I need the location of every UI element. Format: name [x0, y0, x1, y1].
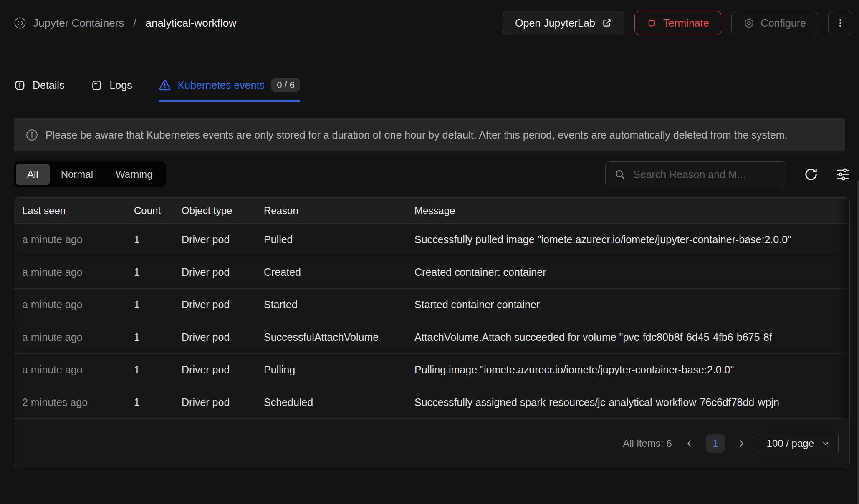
chevron-right-icon	[736, 438, 747, 449]
tab-logs-label: Logs	[109, 79, 132, 91]
cell-count: 1	[134, 364, 182, 376]
breadcrumb: Jupyter Containers / analytical-workflow	[14, 17, 237, 30]
cell-reason: SuccessfulAttachVolume	[264, 331, 414, 343]
cell-message: Created container: container	[414, 266, 849, 278]
refresh-icon	[804, 167, 818, 181]
cell-object-type: Driver pod	[182, 266, 264, 278]
table-header-row: Last seen Count Object type Reason Messa…	[14, 198, 849, 224]
toolbar-right	[605, 161, 850, 187]
cell-count: 1	[134, 266, 182, 278]
configure-label: Configure	[761, 17, 806, 29]
kebab-menu-icon	[835, 18, 846, 28]
cell-object-type: Driver pod	[182, 234, 264, 246]
chevron-left-icon	[684, 438, 695, 449]
table-row: a minute ago 1 Driver pod SuccessfulAtta…	[14, 321, 849, 354]
page-size-value: 100 / page	[767, 438, 814, 449]
events-count-badge: 0 / 6	[271, 78, 300, 92]
table-row: 2 minutes ago 1 Driver pod Scheduled Suc…	[14, 386, 849, 419]
cell-last-seen: a minute ago	[14, 234, 134, 246]
warning-triangle-icon	[159, 79, 171, 91]
cell-last-seen: a minute ago	[14, 364, 134, 376]
cell-count: 1	[134, 331, 182, 343]
filter-warning[interactable]: Warning	[104, 164, 164, 185]
topbar: Jupyter Containers / analytical-workflow…	[14, 11, 852, 35]
page-number[interactable]: 1	[706, 434, 725, 453]
table-row: a minute ago 1 Driver pod Started Starte…	[14, 289, 849, 321]
previous-page-button[interactable]	[684, 438, 695, 449]
tab-bar: Details Logs Kubernetes events 0 / 6	[14, 78, 850, 101]
configure-button[interactable]: Configure	[731, 11, 818, 35]
open-jupyterlab-button[interactable]: Open JupyterLab	[503, 11, 624, 35]
gear-icon	[743, 18, 755, 29]
column-settings-button[interactable]	[836, 167, 850, 181]
search-icon	[614, 169, 626, 180]
tab-kubernetes-events[interactable]: Kubernetes events 0 / 6	[159, 78, 300, 102]
pagination-total: All items: 6	[623, 438, 672, 449]
cell-last-seen: a minute ago	[14, 299, 134, 311]
header-actions: Open JupyterLab Terminate	[503, 11, 852, 35]
column-header-count: Count	[134, 205, 182, 217]
terminate-label: Terminate	[663, 17, 709, 29]
event-type-filter: All Normal Warning	[14, 161, 166, 187]
next-page-button[interactable]	[736, 438, 747, 449]
info-square-icon	[14, 79, 26, 91]
search-box[interactable]	[605, 161, 786, 187]
cell-last-seen: a minute ago	[14, 331, 134, 343]
open-jupyterlab-label: Open JupyterLab	[515, 17, 595, 29]
pagination: All items: 6 1 100 / page	[14, 419, 849, 468]
tab-details-label: Details	[33, 79, 64, 91]
column-header-reason: Reason	[264, 205, 414, 217]
chevron-down-icon	[821, 438, 831, 449]
filter-normal[interactable]: Normal	[50, 164, 104, 185]
refresh-button[interactable]	[804, 167, 818, 181]
cell-message: Started container container	[414, 299, 849, 311]
cell-reason: Started	[264, 299, 414, 311]
cell-object-type: Driver pod	[182, 396, 264, 408]
logs-icon	[91, 79, 103, 91]
cell-count: 1	[134, 299, 182, 311]
cell-reason: Created	[264, 266, 414, 278]
sliders-icon	[836, 167, 850, 181]
cell-reason: Pulling	[264, 364, 414, 376]
cell-last-seen: a minute ago	[14, 266, 134, 278]
cell-object-type: Driver pod	[182, 331, 264, 343]
events-table: Last seen Count Object type Reason Messa…	[14, 197, 850, 468]
banner-text: Please be aware that Kubernetes events a…	[45, 126, 827, 144]
more-actions-button[interactable]	[828, 11, 852, 35]
external-link-icon	[601, 18, 612, 28]
cell-reason: Scheduled	[264, 396, 414, 408]
filter-all[interactable]: All	[16, 164, 50, 185]
cell-count: 1	[134, 234, 182, 246]
stop-icon	[647, 18, 657, 28]
events-toolbar: All Normal Warning	[14, 161, 850, 187]
search-input[interactable]	[632, 168, 778, 181]
cell-message: Pulling image "iomete.azurecr.io/iomete/…	[414, 364, 849, 376]
table-row: a minute ago 1 Driver pod Pulling Pullin…	[14, 354, 849, 386]
cell-reason: Pulled	[264, 234, 414, 246]
table-row: a minute ago 1 Driver pod Created Create…	[14, 256, 849, 289]
cell-message: Successfully assigned spark-resources/jc…	[414, 396, 849, 408]
cell-last-seen: 2 minutes ago	[14, 396, 134, 408]
jupyter-containers-icon	[14, 17, 26, 29]
cell-message: Successfully pulled image "iomete.azurec…	[414, 234, 849, 246]
terminate-button[interactable]: Terminate	[634, 11, 721, 35]
breadcrumb-separator: /	[133, 17, 136, 30]
column-header-object-type: Object type	[182, 205, 264, 217]
cell-object-type: Driver pod	[182, 299, 264, 311]
cell-message: AttachVolume.Attach succeeded for volume…	[414, 331, 849, 343]
breadcrumb-parent[interactable]: Jupyter Containers	[33, 17, 124, 30]
info-banner: Please be aware that Kubernetes events a…	[14, 118, 845, 151]
table-row: a minute ago 1 Driver pod Pulled Success…	[14, 224, 849, 256]
page-size-select[interactable]: 100 / page	[759, 433, 839, 454]
column-header-last-seen: Last seen	[14, 205, 134, 217]
breadcrumb-current: analytical-workflow	[145, 17, 236, 30]
tab-details[interactable]: Details	[14, 78, 64, 102]
window-scrollbar[interactable]	[857, 180, 859, 504]
info-circle-icon	[25, 129, 38, 141]
cell-count: 1	[134, 396, 182, 408]
tab-kubernetes-events-label: Kubernetes events	[178, 79, 265, 91]
cell-object-type: Driver pod	[182, 364, 264, 376]
tab-logs[interactable]: Logs	[91, 78, 132, 102]
column-header-message: Message	[414, 205, 849, 217]
